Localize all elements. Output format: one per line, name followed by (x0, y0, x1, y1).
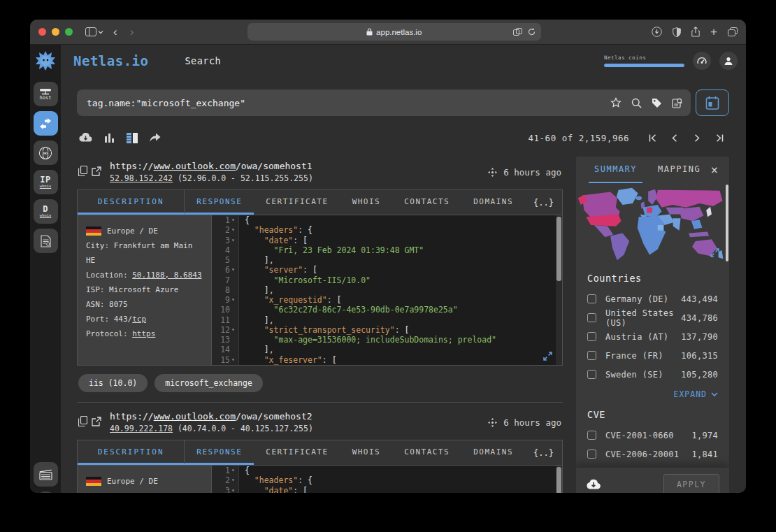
fold-caret-icon[interactable]: ▾ (230, 325, 236, 335)
first-page-button[interactable] (645, 130, 660, 145)
facets-scroll-area[interactable]: Countries Germany (DE)443,494United Stat… (576, 263, 729, 493)
facet-row[interactable]: CVE-2001-06601,974 (587, 426, 718, 445)
tab-certificate[interactable]: CERTIFICATE (254, 440, 340, 465)
privacy-shield-icon[interactable] (673, 27, 681, 37)
facet-row[interactable]: CVE-2006-200011,841 (587, 445, 718, 463)
panel-scrollbar[interactable] (726, 185, 728, 261)
usage-meter-button[interactable] (693, 52, 711, 70)
tab-certificate[interactable]: CERTIFICATE (254, 190, 340, 215)
fold-caret-icon[interactable]: ▾ (230, 486, 236, 494)
tab-mapping[interactable]: MAPPING (652, 157, 706, 183)
download-results-icon[interactable] (79, 133, 92, 143)
fold-caret-icon[interactable]: ▾ (230, 355, 236, 365)
sidebar-toggle-icon[interactable] (85, 27, 103, 36)
zoom-window-button[interactable] (65, 28, 73, 36)
view-toggle-icon[interactable] (127, 133, 138, 143)
tab-whois[interactable]: WHOIS (340, 190, 393, 215)
fold-caret-icon[interactable]: ▾ (230, 265, 236, 275)
downloads-icon[interactable] (652, 27, 662, 37)
geo-link[interactable]: https (132, 329, 155, 338)
fold-caret-icon[interactable]: ▾ (230, 225, 236, 235)
code-scrollbar[interactable] (556, 215, 562, 365)
download-facets-icon[interactable] (586, 479, 601, 490)
tag-pill[interactable]: microsoft_exchange (155, 374, 263, 392)
tab-summary[interactable]: SUMMARY (589, 157, 642, 183)
result-ip-link[interactable]: 40.99.222.178 (110, 424, 173, 433)
facet-checkbox[interactable] (587, 370, 596, 379)
facet-row[interactable]: Germany (DE)443,494 (587, 289, 718, 308)
new-tab-icon[interactable]: + (710, 26, 717, 38)
facet-row[interactable]: France (FR)106,315 (587, 346, 718, 365)
expand-countries-link[interactable]: EXPAND (587, 389, 718, 399)
raw-json-tab[interactable]: {..} (525, 190, 562, 215)
facet-checkbox[interactable] (587, 332, 596, 341)
sidebar-item-responses[interactable] (34, 111, 58, 136)
saved-search-icon[interactable] (672, 98, 682, 108)
facet-checkbox[interactable] (587, 351, 596, 360)
facet-checkbox[interactable] (587, 313, 596, 322)
share-icon[interactable] (691, 27, 700, 37)
sidebar-item-domain-whois[interactable]: D whois (34, 199, 58, 224)
search-input[interactable] (85, 97, 601, 109)
facet-checkbox[interactable] (587, 431, 596, 440)
netlas-logo[interactable] (35, 50, 56, 71)
share-results-icon[interactable] (150, 133, 161, 143)
result-ip-link[interactable]: 52.98.152.242 (110, 173, 173, 183)
close-window-button[interactable] (38, 28, 46, 36)
tab-domains[interactable]: DOMAINS (461, 190, 525, 215)
result-host-link[interactable]: www.outlook.com (154, 411, 236, 422)
geo-link[interactable]: 50.1188, 8.6843 (132, 271, 201, 280)
back-button[interactable]: ‹ (110, 26, 120, 38)
search-bar[interactable] (77, 89, 691, 116)
facet-checkbox[interactable] (587, 294, 596, 303)
sidebar-item-host[interactable]: host (34, 82, 58, 106)
sidebar-item-ip-whois[interactable]: IP whois (34, 170, 58, 194)
sidebar-item-dns[interactable]: DNS (34, 141, 58, 165)
external-link-icon[interactable] (92, 166, 101, 179)
facet-row[interactable]: Sweden (SE)105,280 (587, 365, 718, 384)
bookmark-star-icon[interactable] (610, 97, 621, 108)
account-button[interactable] (719, 52, 738, 70)
minimize-window-button[interactable] (52, 28, 59, 36)
copy-icon[interactable] (78, 166, 87, 179)
window-controls[interactable] (38, 28, 73, 36)
sidebar-item-help[interactable]: ? (34, 491, 58, 493)
tab-contacts[interactable]: CONTACTS (392, 190, 461, 215)
time-travel-button[interactable] (696, 89, 729, 116)
copy-icon[interactable] (78, 416, 87, 429)
facet-checkbox[interactable] (587, 450, 596, 459)
facet-row[interactable]: United States (US)434,786 (587, 308, 718, 327)
geo-link[interactable]: tcp (132, 315, 146, 324)
close-panel-icon[interactable]: × (707, 163, 722, 178)
address-bar[interactable]: app.netlas.io (247, 23, 541, 41)
fold-caret-icon[interactable]: ▾ (230, 236, 236, 245)
stats-icon[interactable] (104, 133, 115, 143)
fold-caret-icon[interactable]: ▾ (230, 466, 236, 475)
forward-button[interactable]: › (127, 26, 137, 38)
facet-row[interactable]: Austria (AT)137,790 (587, 327, 718, 346)
apply-button[interactable]: APPLY (663, 474, 719, 493)
tab-response[interactable]: RESPONSE (185, 440, 254, 465)
next-page-button[interactable] (689, 130, 705, 145)
fold-caret-icon[interactable]: ▾ (230, 295, 236, 305)
tab-overview-icon[interactable] (728, 27, 738, 36)
fold-caret-icon[interactable]: ▾ (230, 475, 236, 485)
tag-pill[interactable]: iis (10.0) (78, 374, 148, 392)
reader-icon[interactable] (513, 28, 522, 36)
search-icon[interactable] (631, 98, 642, 108)
tab-contacts[interactable]: CONTACTS (392, 440, 461, 465)
code-scrollbar[interactable] (556, 466, 562, 493)
last-page-button[interactable] (712, 130, 727, 145)
fold-caret-icon[interactable]: ▾ (230, 215, 236, 225)
tag-icon[interactable] (652, 98, 662, 108)
tab-response[interactable]: RESPONSE (185, 190, 254, 215)
tab-whois[interactable]: WHOIS (340, 440, 393, 465)
result-host-link[interactable]: www.outlook.com (154, 161, 236, 171)
reload-icon[interactable] (528, 28, 536, 36)
sidebar-item-certificates[interactable] (34, 229, 58, 253)
brand-title[interactable]: Netlas.io (73, 53, 148, 69)
nav-search[interactable]: Search (185, 55, 221, 66)
prev-page-button[interactable] (667, 130, 682, 145)
expand-map-icon[interactable] (710, 248, 719, 257)
external-link-icon[interactable] (92, 416, 101, 429)
